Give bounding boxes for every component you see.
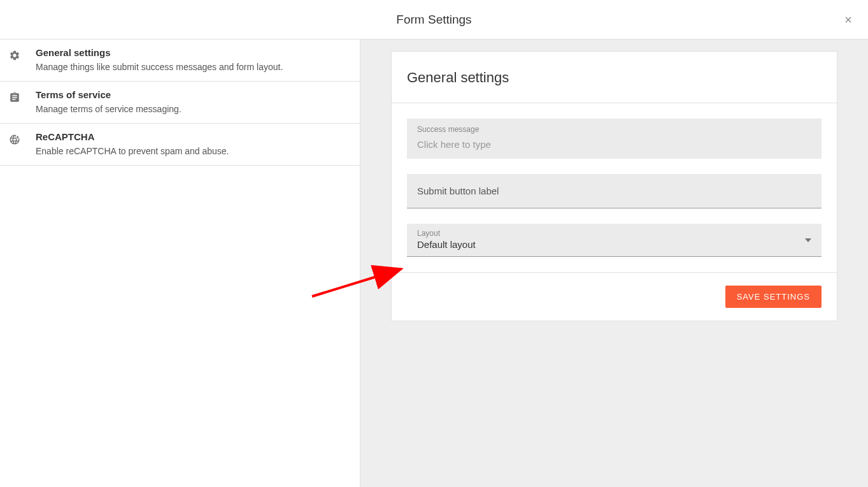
sidebar-item-recaptcha[interactable]: ReCAPTCHA Enable reCAPTCHA to prevent sp… (0, 124, 360, 166)
success-message-field: Success message (407, 119, 822, 159)
panel-footer: SAVE SETTINGS (392, 273, 837, 321)
close-icon (843, 15, 853, 25)
sidebar-item-desc: Manage terms of service messaging. (36, 104, 350, 114)
success-message-label: Success message (407, 119, 822, 134)
modal-title: Form Settings (396, 13, 471, 27)
sidebar-item-title: Terms of service (36, 89, 350, 100)
submit-button-label-field: Submit button label (407, 174, 822, 208)
sidebar-item-general[interactable]: General settings Manage things like subm… (0, 40, 360, 82)
sidebar-text-recaptcha: ReCAPTCHA Enable reCAPTCHA to prevent sp… (27, 131, 350, 156)
sidebar-item-title: ReCAPTCHA (36, 131, 350, 142)
content-container: General settings Manage things like subm… (0, 40, 868, 487)
panel-title: General settings (407, 69, 822, 86)
layout-select-content: Layout Default layout (407, 224, 805, 256)
globe-lock-icon (9, 134, 27, 148)
success-message-input[interactable] (407, 134, 822, 159)
sidebar-item-desc: Enable reCAPTCHA to prevent spam and abu… (36, 146, 350, 156)
content-area: General settings Success message Submit … (360, 40, 868, 487)
panel-body: Success message Submit button label Layo… (392, 103, 837, 273)
sidebar-item-title: General settings (36, 47, 350, 58)
clipboard-icon (9, 92, 27, 106)
save-settings-button[interactable]: SAVE SETTINGS (725, 286, 822, 308)
close-button[interactable] (843, 14, 854, 25)
modal-header: Form Settings (0, 0, 868, 40)
submit-button-label-text[interactable]: Submit button label (407, 174, 822, 208)
layout-value: Default layout (407, 239, 805, 256)
gear-icon (9, 50, 27, 64)
panel-header: General settings (392, 52, 837, 103)
settings-sidebar: General settings Manage things like subm… (0, 40, 360, 487)
sidebar-text-general: General settings Manage things like subm… (27, 47, 350, 72)
chevron-down-icon (805, 237, 811, 244)
sidebar-text-terms: Terms of service Manage terms of service… (27, 89, 350, 114)
settings-panel: General settings Success message Submit … (391, 51, 837, 321)
sidebar-item-desc: Manage things like submit success messag… (36, 62, 350, 72)
layout-select[interactable]: Layout Default layout (407, 224, 822, 257)
sidebar-item-terms[interactable]: Terms of service Manage terms of service… (0, 82, 360, 124)
layout-label: Layout (407, 224, 805, 239)
